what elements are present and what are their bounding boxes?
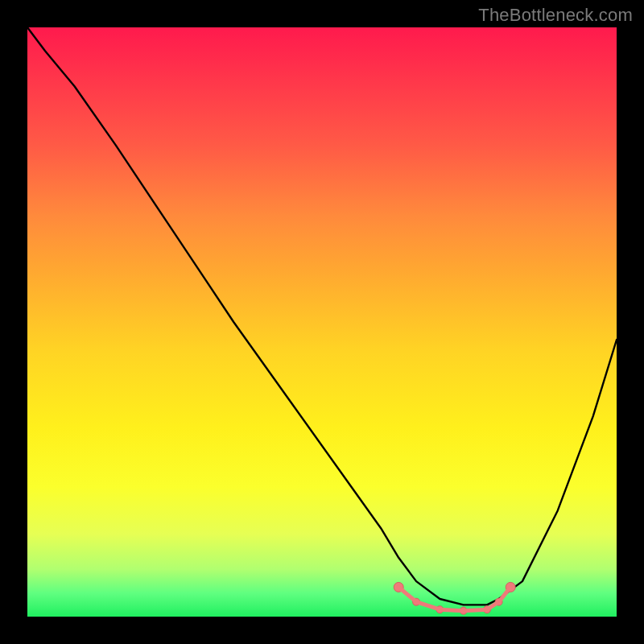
chart-overlay-svg (27, 27, 617, 617)
bottleneck-curve (27, 27, 617, 605)
optimal-zone-connector (398, 587, 510, 610)
watermark-text: TheBottleneck.com (478, 5, 633, 26)
chart-stage: TheBottleneck.com (0, 0, 644, 644)
